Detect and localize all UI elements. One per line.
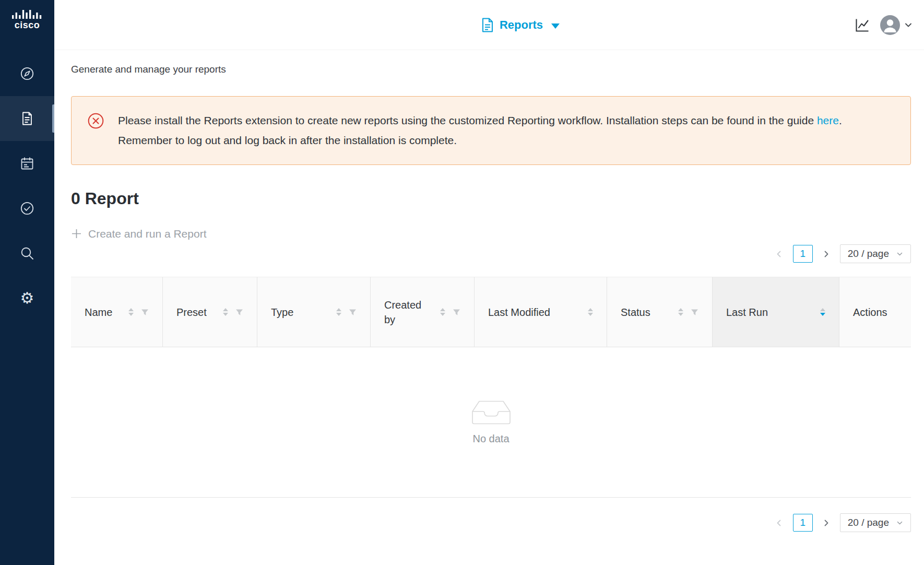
prev-page-button[interactable] [771, 245, 788, 263]
alert-line1: Please install the Reports extension to … [118, 111, 842, 131]
sort-icon[interactable] [128, 308, 134, 316]
page-title: Reports [500, 18, 543, 32]
sort-icon[interactable] [678, 308, 683, 316]
reports-table: Name Preset Type [71, 277, 911, 498]
target-check-icon [19, 201, 35, 216]
sidebar-item-settings[interactable]: ⚙ [0, 276, 54, 321]
plus-icon [71, 228, 82, 239]
page-size-select[interactable]: 20 / page [840, 244, 911, 263]
main-area: Reports [54, 0, 924, 565]
report-doc-icon [481, 17, 494, 33]
search-icon [19, 245, 35, 261]
column-label: Created by [384, 298, 435, 327]
filter-icon[interactable] [453, 309, 460, 316]
column-label: Actions [853, 305, 887, 320]
document-icon [19, 111, 35, 126]
column-header-created-by[interactable]: Created by [370, 277, 474, 347]
column-label: Last Modified [488, 305, 550, 320]
sort-icon[interactable] [336, 308, 341, 316]
chevron-down-icon [896, 251, 903, 257]
column-label: Status [621, 305, 650, 320]
sidebar-nav: ⚙ [0, 51, 54, 321]
report-count-heading: 0 Report [71, 189, 911, 208]
filter-icon[interactable] [349, 309, 357, 316]
column-label: Name [85, 305, 112, 320]
table-header-row: Name Preset Type [71, 277, 911, 347]
next-page-button[interactable] [818, 514, 835, 532]
create-report-label: Create and run a Report [88, 227, 206, 240]
sort-icon[interactable] [820, 308, 825, 316]
sidebar-item-explore[interactable] [0, 51, 54, 96]
empty-box-icon [471, 399, 511, 425]
prev-page-button[interactable] [771, 514, 788, 532]
alert-line2: Remember to log out and log back in afte… [118, 131, 842, 150]
sort-icon[interactable] [588, 308, 593, 316]
alert-message: Please install the Reports extension to … [118, 111, 842, 150]
column-header-name[interactable]: Name [71, 277, 162, 347]
avatar [880, 15, 900, 35]
caret-down-icon [551, 23, 560, 29]
create-report-button[interactable]: Create and run a Report [71, 227, 206, 240]
column-label: Last Run [726, 305, 768, 320]
page-content: Generate and manage your reports Please … [54, 50, 924, 565]
page-size-select[interactable]: 20 / page [840, 513, 911, 532]
pagination-bottom: 1 20 / page [71, 513, 911, 532]
sidebar-item-reports[interactable] [0, 96, 54, 141]
gear-icon: ⚙ [20, 290, 34, 306]
filter-icon[interactable] [691, 309, 698, 316]
top-header: Reports [54, 0, 924, 50]
column-header-actions: Actions [839, 277, 911, 347]
column-header-last-modified[interactable]: Last Modified [474, 277, 607, 347]
calendar-icon [19, 156, 35, 171]
sidebar: cisco [0, 0, 54, 565]
sidebar-item-schedule[interactable] [0, 141, 54, 186]
page-size-value: 20 / page [848, 517, 889, 528]
user-menu[interactable] [880, 15, 913, 35]
sidebar-item-assurance[interactable] [0, 186, 54, 231]
column-label: Preset [176, 305, 207, 320]
column-header-status[interactable]: Status [607, 277, 712, 347]
here-link[interactable]: here [817, 114, 839, 126]
next-page-button[interactable] [818, 245, 835, 263]
cisco-logo-bars [12, 8, 42, 19]
filter-icon[interactable] [235, 309, 243, 316]
error-icon [87, 112, 104, 130]
column-label: Type [271, 305, 293, 320]
table-empty-state: No data [71, 347, 911, 498]
no-data-text: No data [472, 433, 509, 445]
page-number-button[interactable]: 1 [793, 514, 813, 532]
page-subtitle: Generate and manage your reports [71, 64, 911, 75]
compass-icon [19, 66, 35, 81]
sort-icon[interactable] [440, 308, 445, 316]
sidebar-item-search[interactable] [0, 231, 54, 276]
filter-icon[interactable] [141, 309, 149, 316]
analytics-icon[interactable] [854, 17, 871, 33]
page-number-button[interactable]: 1 [793, 245, 813, 263]
column-header-preset[interactable]: Preset [162, 277, 257, 347]
alert-text-after: . [839, 114, 842, 126]
page-size-value: 20 / page [848, 248, 889, 260]
reports-menu[interactable]: Reports [481, 17, 560, 33]
header-actions [854, 15, 924, 35]
cisco-logo-text: cisco [15, 20, 40, 30]
alert-text-before: Please install the Reports extension to … [118, 114, 817, 126]
column-header-last-run[interactable]: Last Run [712, 277, 839, 347]
pagination-top: 1 20 / page [71, 244, 911, 263]
chevron-down-icon [904, 21, 913, 29]
column-header-type[interactable]: Type [257, 277, 370, 347]
cisco-logo: cisco [12, 0, 42, 51]
install-alert: Please install the Reports extension to … [71, 96, 911, 165]
chevron-down-icon [896, 520, 903, 526]
app-window: cisco [0, 0, 924, 565]
sort-icon[interactable] [223, 308, 228, 316]
